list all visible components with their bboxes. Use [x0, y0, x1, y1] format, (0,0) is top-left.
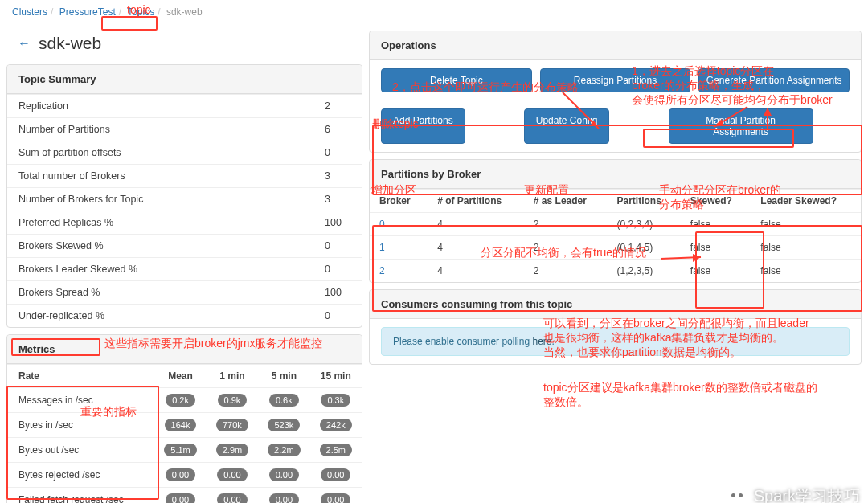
partitions-table: Broker# of Partitions# as LeaderPartitio…	[370, 189, 861, 282]
delete-topic-button[interactable]: Delete Topic	[381, 68, 532, 92]
consumer-notice: Please enable consumer polling here.	[381, 327, 850, 356]
panel-head-metrics: Metrics	[7, 335, 362, 364]
partitions-panel: Partitions by Broker Broker# of Partitio…	[369, 159, 862, 283]
reassign-partitions-button[interactable]: Reassign Partitions	[540, 68, 691, 92]
panel-head-partitions: Partitions by Broker	[370, 160, 861, 189]
bc-pressuretest[interactable]: PressureTest	[59, 6, 116, 18]
partition-row: 242(1,2,3,5)falsefalse	[370, 260, 861, 283]
metrics-table: RateMean1 min5 min15 minMessages in /sec…	[7, 364, 362, 503]
wechat-icon	[727, 488, 747, 504]
metric-row: Failed fetch request /sec0.000.000.000.0…	[7, 488, 362, 504]
summary-row: Replication2	[7, 95, 362, 118]
summary-row: Under-replicated %0	[7, 305, 362, 328]
summary-row: Brokers Leader Skewed %0	[7, 258, 362, 281]
update-config-button[interactable]: Update Config	[524, 108, 610, 144]
panel-head-summary: Topic Summary	[7, 65, 362, 94]
panel-head-consumers: Consumers consuming from this topic	[370, 290, 861, 319]
summary-row: Preferred Replicas %100	[7, 211, 362, 235]
summary-row: Number of Partitions6	[7, 118, 362, 141]
enable-polling-link[interactable]: here	[532, 336, 551, 347]
bc-current: sdk-web	[166, 6, 203, 18]
broker-link[interactable]: 0	[379, 219, 385, 230]
bc-topics[interactable]: Topics	[127, 6, 154, 18]
summary-row: Brokers Skewed %0	[7, 235, 362, 258]
add-partitions-button[interactable]: Add Partitions	[381, 108, 465, 144]
broker-link[interactable]: 2	[379, 265, 385, 276]
metrics-panel: Metrics RateMean1 min5 min15 minMessages…	[6, 334, 362, 503]
partition-row: 142(0,1,4,5)falsefalse	[370, 236, 861, 260]
summary-table: Replication2Number of Partitions6Sum of …	[7, 94, 362, 327]
back-arrow-icon[interactable]: ←	[18, 36, 31, 51]
generate-assignments-button[interactable]: Generate Partition Assignments	[698, 68, 850, 92]
partition-row: 042(0,2,3,4)falsefalse	[370, 213, 861, 236]
metric-row: Bytes in /sec164k770k523k242k	[7, 413, 362, 438]
operations-panel: Operations Delete Topic Reassign Partiti…	[369, 31, 862, 153]
panel-head-ops: Operations	[370, 31, 861, 60]
breadcrumb: Clusters/ PressureTest/ Topics/ sdk-web	[0, 0, 868, 24]
topic-summary-panel: Topic Summary Replication2Number of Part…	[6, 64, 362, 328]
consumers-panel: Consumers consuming from this topic Plea…	[369, 289, 862, 365]
summary-row: Sum of partition offsets0	[7, 141, 362, 165]
watermark: Spark学习技巧	[727, 485, 860, 503]
bc-clusters[interactable]: Clusters	[12, 6, 47, 18]
summary-row: Brokers Spread %100	[7, 281, 362, 305]
manual-assignments-button[interactable]: Manual Partition Assignments	[669, 108, 813, 144]
broker-link[interactable]: 1	[379, 242, 385, 253]
metric-row: Bytes rejected /sec0.000.000.000.00	[7, 463, 362, 488]
summary-row: Number of Brokers for Topic3	[7, 188, 362, 211]
topic-title: sdk-web	[39, 34, 101, 53]
metric-row: Bytes out /sec5.1m2.9m2.2m2.5m	[7, 438, 362, 463]
summary-row: Total number of Brokers3	[7, 165, 362, 188]
metric-row: Messages in /sec0.2k0.9k0.6k0.3k	[7, 388, 362, 413]
